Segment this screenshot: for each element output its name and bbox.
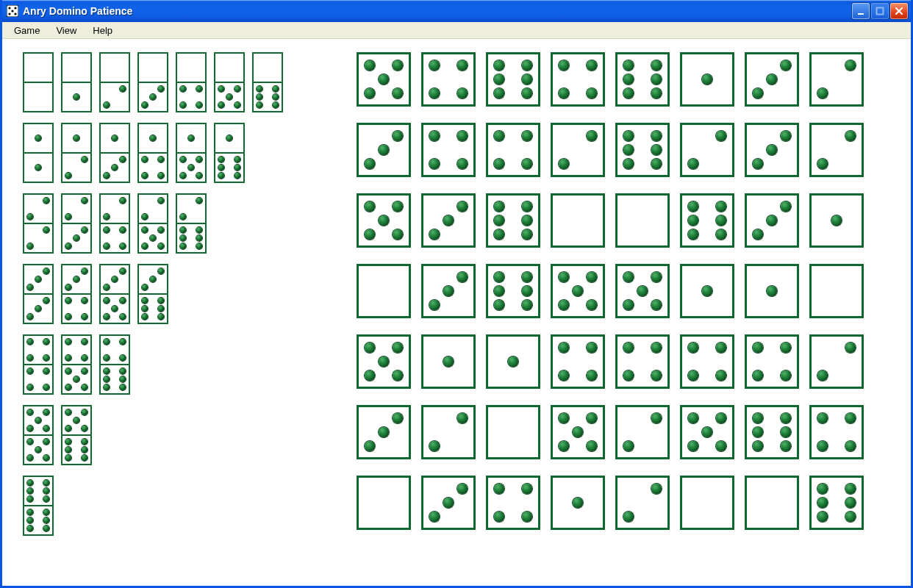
board-tile[interactable]: [551, 264, 605, 318]
board-tile[interactable]: [745, 334, 799, 389]
domino-2-6[interactable]: [176, 193, 207, 254]
menu-help[interactable]: Help: [85, 24, 120, 37]
board-tile[interactable]: [357, 264, 411, 318]
domino-0-4[interactable]: [176, 52, 207, 112]
domino-1-1[interactable]: [23, 123, 54, 183]
domino-2-2[interactable]: [23, 193, 54, 254]
board-tile[interactable]: [486, 123, 540, 177]
board-tile[interactable]: [809, 264, 864, 318]
board-tile[interactable]: [680, 405, 734, 459]
board-tile[interactable]: [421, 123, 476, 177]
board-tile[interactable]: [745, 52, 799, 107]
board-tile[interactable]: [357, 52, 411, 107]
board-tile[interactable]: [421, 52, 476, 107]
board-tile[interactable]: [680, 123, 734, 177]
board-tile[interactable]: [486, 52, 540, 107]
board-tile[interactable]: [615, 52, 670, 107]
board-tile[interactable]: [486, 264, 540, 318]
board-tile[interactable]: [551, 476, 605, 530]
domino-0-1[interactable]: [61, 52, 92, 112]
board-tile[interactable]: [421, 264, 476, 318]
domino-1-4[interactable]: [137, 123, 168, 183]
board-tile[interactable]: [551, 405, 605, 459]
domino-face: [139, 223, 167, 252]
board-tile[interactable]: [421, 405, 476, 459]
domino-0-2[interactable]: [99, 52, 130, 112]
board-tile[interactable]: [615, 193, 670, 248]
board-tile[interactable]: [680, 193, 734, 248]
board-tile[interactable]: [745, 405, 799, 459]
board-tile[interactable]: [551, 334, 605, 389]
board-tile[interactable]: [809, 52, 864, 107]
domino-3-5[interactable]: [99, 264, 130, 324]
close-button[interactable]: [890, 3, 908, 19]
domino-6-6[interactable]: [23, 476, 54, 536]
board-tile[interactable]: [680, 476, 734, 530]
board-tile[interactable]: [486, 334, 540, 389]
board-tile[interactable]: [745, 123, 799, 177]
board-tile[interactable]: [357, 193, 411, 248]
domino-3-4[interactable]: [61, 264, 92, 324]
board-tile[interactable]: [809, 123, 864, 177]
board-tile[interactable]: [486, 405, 540, 459]
board-tile[interactable]: [745, 264, 799, 318]
board-tile[interactable]: [357, 405, 411, 459]
domino-5-6[interactable]: [61, 405, 92, 465]
board-tile[interactable]: [745, 193, 799, 248]
board-tile[interactable]: [680, 334, 734, 389]
domino-2-3[interactable]: [61, 193, 92, 254]
pip: [27, 496, 33, 502]
pip: [508, 356, 518, 367]
domino-1-2[interactable]: [61, 123, 92, 183]
board-tile[interactable]: [615, 476, 670, 530]
pip: [522, 300, 532, 310]
domino-0-6[interactable]: [252, 52, 283, 112]
board-tile[interactable]: [615, 405, 670, 459]
board-tile[interactable]: [680, 264, 734, 318]
domino-0-0[interactable]: [23, 52, 54, 112]
domino-face: [24, 265, 52, 293]
board-tile[interactable]: [745, 476, 799, 530]
domino-face: [62, 124, 90, 152]
domino-0-3[interactable]: [137, 52, 168, 112]
domino-face: [139, 265, 167, 293]
board-tile[interactable]: [357, 476, 411, 530]
domino-1-3[interactable]: [99, 123, 130, 183]
domino-3-6[interactable]: [137, 264, 168, 324]
menu-game[interactable]: Game: [7, 24, 47, 37]
board-tile[interactable]: [809, 334, 864, 389]
domino-5-5[interactable]: [23, 405, 54, 465]
board-tile[interactable]: [357, 123, 411, 177]
board-tile[interactable]: [615, 264, 670, 318]
domino-3-3[interactable]: [23, 264, 54, 324]
domino-1-5[interactable]: [176, 123, 207, 183]
board-tile[interactable]: [486, 476, 540, 530]
domino-2-4[interactable]: [99, 193, 130, 254]
board-tile[interactable]: [421, 476, 476, 530]
minimize-button[interactable]: [852, 3, 870, 19]
domino-2-5[interactable]: [137, 193, 168, 254]
pip: [429, 159, 440, 169]
board-tile[interactable]: [809, 405, 864, 459]
domino-1-6[interactable]: [214, 123, 245, 183]
board-tile[interactable]: [421, 193, 476, 248]
board-tile[interactable]: [486, 193, 540, 248]
menu-view[interactable]: View: [49, 24, 84, 37]
domino-4-4[interactable]: [23, 334, 54, 395]
board-tile[interactable]: [615, 334, 670, 389]
board-tile[interactable]: [615, 123, 670, 177]
board-tile[interactable]: [680, 52, 734, 107]
domino-4-6[interactable]: [99, 334, 130, 395]
titlebar[interactable]: Anry Domino Patience: [2, 0, 911, 22]
pip: [82, 455, 87, 461]
maximize-button[interactable]: [871, 3, 889, 19]
board-tile[interactable]: [551, 52, 605, 107]
board-tile[interactable]: [809, 193, 864, 248]
domino-4-5[interactable]: [61, 334, 92, 395]
board-tile[interactable]: [421, 334, 476, 389]
board-tile[interactable]: [809, 476, 864, 530]
board-tile[interactable]: [551, 193, 605, 248]
board-tile[interactable]: [357, 334, 411, 389]
board-tile[interactable]: [551, 123, 605, 177]
domino-0-5[interactable]: [214, 52, 245, 112]
